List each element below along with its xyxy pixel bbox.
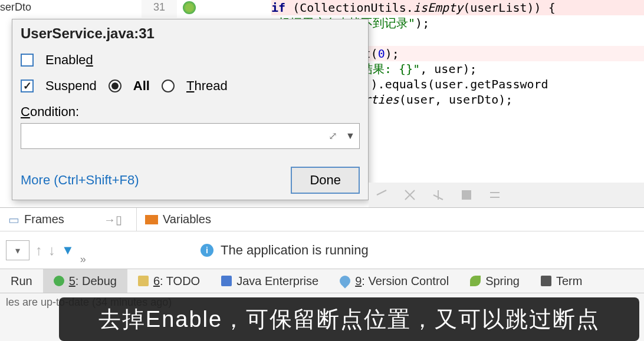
tab-todo[interactable]: 6: TODO — [127, 269, 211, 293]
svg-rect-0 — [462, 190, 471, 200]
more-link[interactable]: More (Ctrl+Shift+F8) — [21, 173, 139, 188]
tab-version-control[interactable]: 9: Version Control — [329, 269, 459, 293]
frame-down-icon[interactable]: ↓ — [48, 242, 55, 259]
frame-up-icon[interactable]: ↑ — [35, 242, 42, 259]
condition-input[interactable] — [21, 127, 324, 146]
suspend-label[interactable]: Suspend — [45, 78, 97, 94]
filter-icon[interactable]: ▼ — [61, 243, 74, 258]
variables-tab[interactable]: Variables — [137, 208, 219, 231]
condition-label: Condition: — [21, 104, 360, 120]
suspend-checkbox[interactable] — [21, 80, 34, 92]
variables-body: i The application is running — [171, 231, 644, 269]
subtitle-overlay: 去掉Enable，可保留断点位置，又可以跳过断点 — [59, 297, 639, 341]
todo-icon — [138, 276, 149, 286]
enabled-label[interactable]: Enabled — [45, 52, 93, 68]
debug-icon — [54, 276, 64, 286]
debug-toolbar — [369, 183, 644, 207]
panels-header: ▭ Frames →▯ Variables — [0, 208, 644, 231]
partial-text-left: serDto — [0, 1, 31, 14]
pin-icon[interactable]: →▯ — [104, 213, 122, 227]
frames-tab[interactable]: ▭ Frames →▯ — [0, 208, 137, 231]
breakpoint-settings-popup: UserService.java:31 Enabled Suspend All … — [12, 19, 369, 200]
terminal-icon — [541, 276, 551, 286]
step-out-icon[interactable] — [431, 188, 445, 202]
run-to-cursor-icon[interactable] — [459, 188, 474, 202]
tab-run[interactable]: Run — [0, 269, 43, 293]
info-icon: i — [201, 244, 213, 257]
frames-body: ▾ ↑ ↓ ▼ » — [0, 231, 171, 269]
tab-terminal[interactable]: Term — [530, 269, 593, 293]
variables-icon — [145, 215, 158, 224]
frames-icon: ▭ — [8, 213, 19, 227]
step-over-icon[interactable] — [374, 188, 389, 202]
variables-label: Variables — [163, 213, 211, 226]
condition-input-wrapper: ⤢ ▼ — [21, 123, 360, 149]
debug-panels: ▭ Frames →▯ Variables ▾ ↑ ↓ ▼ » i The ap… — [0, 207, 644, 269]
frames-thread-dropdown[interactable]: ▾ — [6, 240, 29, 260]
radio-thread[interactable] — [162, 80, 175, 92]
tab-java-enterprise[interactable]: Java Enterprise — [211, 269, 329, 293]
tab-spring[interactable]: Spring — [459, 269, 530, 293]
radio-all-label[interactable]: All — [133, 78, 150, 94]
enabled-checkbox[interactable] — [21, 54, 34, 67]
breakpoint-marker-icon[interactable] — [183, 1, 196, 14]
running-message: The application is running — [221, 243, 369, 258]
line-number-gutter: 31 — [142, 0, 177, 18]
evaluate-icon[interactable] — [488, 188, 502, 202]
java-enterprise-icon — [221, 276, 232, 286]
spring-icon — [470, 276, 481, 286]
done-button[interactable]: Done — [291, 167, 360, 194]
more-chevrons-icon[interactable]: » — [80, 253, 86, 266]
step-into-icon[interactable] — [403, 188, 417, 202]
radio-all[interactable] — [109, 80, 121, 92]
radio-thread-label[interactable]: Thread — [186, 78, 228, 94]
popup-title: UserService.java:31 — [21, 25, 360, 42]
bottom-tool-window-bar: Run 5: Debug 6: TODO Java Enterprise 9: … — [0, 269, 644, 293]
version-control-icon — [337, 273, 352, 288]
tab-debug[interactable]: 5: Debug — [43, 269, 127, 293]
expand-icon[interactable]: ⤢ — [324, 130, 341, 143]
frames-label: Frames — [24, 213, 64, 226]
dropdown-icon[interactable]: ▼ — [341, 131, 359, 141]
